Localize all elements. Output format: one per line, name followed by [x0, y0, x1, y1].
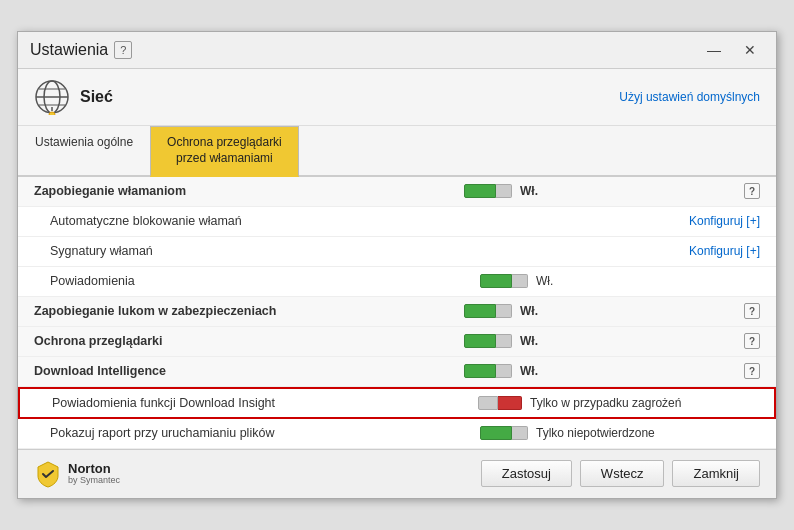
- close-button[interactable]: ✕: [736, 40, 764, 60]
- toggle-off-part: [496, 184, 512, 198]
- row-notifications: Powiadomienia Wł.: [18, 267, 776, 297]
- toggle-off-part: [496, 334, 512, 348]
- row-browser-controls: Wł.: [464, 333, 744, 349]
- toggle-red-part: [498, 396, 522, 410]
- toggle-on-part: [464, 364, 496, 378]
- window-title: Ustawienia: [30, 41, 108, 59]
- toggle-off-part: [496, 304, 512, 318]
- help-intrusion-prevention[interactable]: ?: [744, 183, 760, 199]
- title-bar-left: Ustawienia ?: [30, 41, 132, 59]
- norton-logo: Norton by Symantec: [34, 460, 120, 488]
- footer: Norton by Symantec Zastosuj Wstecz Zamkn…: [18, 449, 776, 498]
- help-vuln-protection[interactable]: ?: [744, 303, 760, 319]
- row-intrusion-prevention-controls: Wł.: [464, 183, 744, 199]
- row-show-report-controls: Tylko niepotwierdzone: [480, 425, 760, 441]
- settings-content: Zapobieganie włamaniom Wł. ? Automatyczn…: [18, 177, 776, 449]
- toggle-show-report[interactable]: [480, 425, 528, 441]
- help-download-intelligence[interactable]: ?: [744, 363, 760, 379]
- minimize-button[interactable]: —: [700, 40, 728, 60]
- apply-button[interactable]: Zastosuj: [481, 460, 572, 487]
- footer-buttons: Zastosuj Wstecz Zamknij: [481, 460, 760, 487]
- use-defaults-link[interactable]: Użyj ustawień domyślnych: [619, 90, 760, 104]
- toggle-on-part: [464, 304, 496, 318]
- configure-auto-block[interactable]: Konfiguruj [+]: [689, 214, 760, 228]
- toggle-on-part: [464, 334, 496, 348]
- toggle-on-part: [480, 426, 512, 440]
- row-notifications-controls: Wł.: [480, 273, 760, 289]
- header-section: Sieć Użyj ustawień domyślnych: [18, 69, 776, 126]
- toggle-gray-part: [478, 396, 498, 410]
- tab-browser-protection[interactable]: Ochrona przeglądarkiprzed włamaniami: [150, 126, 299, 176]
- row-vuln-controls: Wł.: [464, 303, 744, 319]
- close-window-button[interactable]: Zamknij: [672, 460, 760, 487]
- tabs-bar: Ustawienia ogólne Ochrona przeglądarkipr…: [18, 126, 776, 176]
- norton-logo-icon: [34, 460, 62, 488]
- section-title: Sieć: [80, 88, 113, 106]
- row-show-report: Pokazuj raport przy uruchamianiu plików …: [18, 419, 776, 449]
- norton-text-group: Norton by Symantec: [68, 462, 120, 486]
- help-browser-prot[interactable]: ?: [744, 333, 760, 349]
- toggle-off-part: [512, 274, 528, 288]
- title-help-icon[interactable]: ?: [114, 41, 132, 59]
- tab-general[interactable]: Ustawienia ogólne: [18, 126, 150, 174]
- row-vuln-protection: Zapobieganie lukom w zabezpieczeniach Wł…: [18, 297, 776, 327]
- row-insight-notif-controls: Tylko w przypadku zagrożeń: [478, 395, 758, 411]
- title-bar: Ustawienia ? — ✕: [18, 32, 776, 69]
- row-intrusion-sigs: Sygnatury włamań Konfiguruj [+]: [18, 237, 776, 267]
- toggle-on-part: [480, 274, 512, 288]
- row-intrusion-prevention: Zapobieganie włamaniom Wł. ?: [18, 177, 776, 207]
- toggle-download[interactable]: [464, 363, 512, 379]
- toggle-intrusion-prevention[interactable]: [464, 183, 512, 199]
- toggle-vuln[interactable]: [464, 303, 512, 319]
- toggle-browser[interactable]: [464, 333, 512, 349]
- toggle-notifications[interactable]: [480, 273, 528, 289]
- main-window: Ustawienia ? — ✕ Sieć Użyj ustawień domy…: [17, 31, 777, 498]
- toggle-off-part: [512, 426, 528, 440]
- back-button[interactable]: Wstecz: [580, 460, 665, 487]
- row-download-intelligence: Download Intelligence Wł. ?: [18, 357, 776, 387]
- svg-point-5: [49, 112, 55, 115]
- row-browser-prot: Ochrona przeglądarki Wł. ?: [18, 327, 776, 357]
- toggle-insight-notif[interactable]: [478, 395, 522, 411]
- network-icon: [34, 79, 70, 115]
- header-left: Sieć: [34, 79, 113, 115]
- row-download-controls: Wł.: [464, 363, 744, 379]
- toggle-on-part: [464, 184, 496, 198]
- row-download-insight-notif: Powiadomienia funkcji Download Insight T…: [18, 387, 776, 419]
- toggle-off-part: [496, 364, 512, 378]
- title-bar-controls: — ✕: [700, 40, 764, 60]
- configure-sigs[interactable]: Konfiguruj [+]: [689, 244, 760, 258]
- row-auto-block: Automatyczne blokowanie włamań Konfiguru…: [18, 207, 776, 237]
